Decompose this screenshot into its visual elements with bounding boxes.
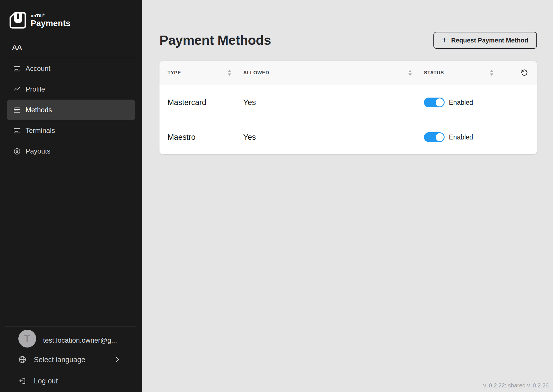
allowed-cell: Yes xyxy=(243,98,424,107)
app-logo[interactable]: unTill® Payments xyxy=(9,12,71,29)
sort-icon[interactable] xyxy=(490,70,493,76)
request-payment-method-button[interactable]: + Request Payment Method xyxy=(433,32,537,49)
table-row: Mastercard Yes Enabled xyxy=(159,85,537,120)
plus-icon: + xyxy=(442,36,447,44)
table-row: Maestro Yes Enabled xyxy=(159,120,537,154)
activity-icon xyxy=(13,86,21,93)
payment-methods-table: TYPE ALLOWED STATUS Master xyxy=(159,61,537,154)
main-content: Payment Methods + Request Payment Method… xyxy=(142,0,553,392)
status-toggle[interactable] xyxy=(424,132,445,142)
type-cell: Mastercard xyxy=(168,98,243,107)
user-email[interactable]: test.location.owner@g... xyxy=(43,336,117,344)
sidebar-item-label: Methods xyxy=(26,106,52,114)
column-header-allowed[interactable]: ALLOWED xyxy=(243,70,424,76)
logout-label: Log out xyxy=(34,377,58,385)
sidebar-item-payouts[interactable]: Payouts xyxy=(0,141,142,162)
sidebar-item-label: Profile xyxy=(26,85,45,93)
toggle-knob xyxy=(436,98,444,106)
sidebar-item-terminals[interactable]: Terminals xyxy=(0,120,142,141)
select-language-item[interactable]: Select language xyxy=(18,353,85,366)
logo-brand: unTill xyxy=(31,13,43,18)
column-label: TYPE xyxy=(168,70,181,76)
column-label: ALLOWED xyxy=(243,70,269,76)
org-label: AA xyxy=(12,43,22,52)
status-cell: Enabled xyxy=(424,98,529,107)
version-text: v. 0.2.22; shared v. 0.2.26 xyxy=(483,382,549,389)
status-cell: Enabled xyxy=(424,132,529,142)
sidebar-item-label: Account xyxy=(26,65,50,73)
toggle-knob xyxy=(436,133,444,141)
sort-icon[interactable] xyxy=(408,70,412,76)
sidebar-divider xyxy=(5,327,136,327)
request-button-label: Request Payment Method xyxy=(451,37,528,44)
logo-text: unTill® Payments xyxy=(31,12,71,28)
column-header-type[interactable]: TYPE xyxy=(168,70,243,76)
column-label: STATUS xyxy=(424,70,444,76)
sidebar-item-label: Terminals xyxy=(26,127,55,135)
credit-card-icon xyxy=(13,65,21,72)
globe-icon xyxy=(18,356,26,364)
sort-icon[interactable] xyxy=(228,70,231,76)
sidebar-nav: Account Profile Methods Terminals xyxy=(0,58,142,162)
dollar-circle-icon xyxy=(13,148,21,155)
status-toggle[interactable] xyxy=(424,98,445,107)
untill-logo-icon xyxy=(9,12,26,29)
table-header-row: TYPE ALLOWED STATUS xyxy=(159,61,537,85)
status-label: Enabled xyxy=(449,99,473,106)
sidebar-divider xyxy=(6,58,136,58)
logout-icon xyxy=(18,377,26,385)
sidebar-item-account[interactable]: Account xyxy=(0,58,142,79)
sidebar-item-label: Payouts xyxy=(26,147,50,155)
sidebar-item-methods[interactable]: Methods xyxy=(7,100,135,120)
type-cell: Maestro xyxy=(168,133,243,142)
avatar: T xyxy=(18,330,36,348)
column-header-status[interactable]: STATUS xyxy=(424,68,529,77)
credit-card-icon xyxy=(13,127,21,134)
sidebar-item-profile[interactable]: Profile xyxy=(0,79,142,100)
status-label: Enabled xyxy=(449,133,473,141)
allowed-cell: Yes xyxy=(243,133,424,142)
select-language-label: Select language xyxy=(34,356,85,364)
credit-card-icon xyxy=(13,106,21,114)
refresh-icon xyxy=(520,68,529,77)
refresh-button[interactable] xyxy=(520,68,529,77)
logo-product: Payments xyxy=(31,19,71,28)
registered-mark: ® xyxy=(43,13,45,16)
page-title: Payment Methods xyxy=(159,32,271,48)
sidebar: unTill® Payments AA Account Profile Meth… xyxy=(0,0,142,392)
logout-item[interactable]: Log out xyxy=(18,374,58,387)
chevron-right-icon xyxy=(114,356,121,364)
